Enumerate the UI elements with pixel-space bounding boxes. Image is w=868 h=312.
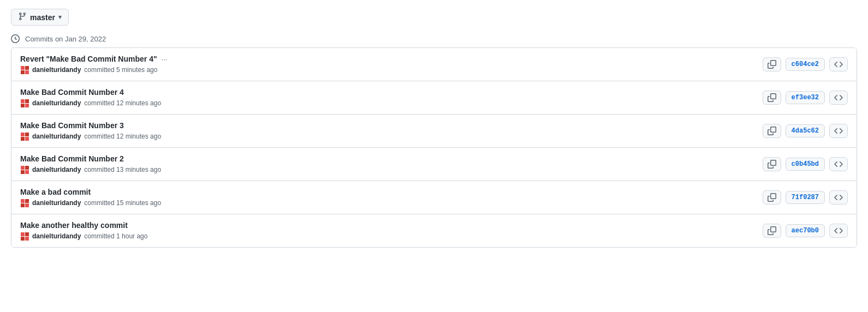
commit-left: Make Bad Commit Number 3 danielturidandy… — [20, 121, 161, 141]
branch-icon — [18, 12, 27, 22]
commit-right: c604ce2 — [763, 57, 848, 71]
page-wrapper: master ▾ Commits on Jan 29, 2022 Revert … — [0, 0, 868, 256]
copy-hash-button[interactable] — [763, 224, 781, 238]
commit-history-icon — [11, 34, 20, 43]
commit-time: committed 12 minutes ago — [84, 99, 161, 107]
commit-left: Make a bad commit danielturidandy commit… — [20, 188, 161, 207]
commit-meta: danielturidandy committed 12 minutes ago — [20, 99, 161, 107]
commits-date-header: Commits on Jan 29, 2022 — [11, 34, 857, 43]
browse-files-button[interactable] — [829, 124, 848, 138]
commit-meta: danielturidandy committed 13 minutes ago — [20, 165, 161, 174]
author-avatar — [20, 199, 29, 207]
commit-title-row: Make Bad Commit Number 2 — [20, 154, 161, 163]
commit-time: committed 12 minutes ago — [84, 133, 161, 140]
commit-hash-button[interactable]: c604ce2 — [786, 58, 825, 71]
commit-ellipsis[interactable]: ··· — [162, 55, 168, 63]
browse-files-button[interactable] — [829, 190, 848, 205]
commit-title[interactable]: Revert "Make Bad Commit Number 4" — [20, 55, 157, 63]
author-avatar — [20, 65, 29, 74]
browse-files-button[interactable] — [829, 157, 848, 171]
commit-author[interactable]: danielturidandy — [32, 99, 81, 107]
chevron-down-icon: ▾ — [58, 14, 62, 21]
commit-left: Make another healthy commit danielturida… — [20, 221, 147, 241]
commit-time: committed 5 minutes ago — [84, 66, 157, 74]
commit-right: ef3ee32 — [763, 91, 848, 105]
copy-hash-button[interactable] — [763, 124, 781, 138]
copy-hash-button[interactable] — [763, 157, 781, 171]
commit-title-row: Make a bad commit — [20, 188, 161, 196]
branch-name: master — [30, 13, 55, 22]
copy-hash-button[interactable] — [763, 91, 781, 105]
browse-files-button[interactable] — [829, 224, 848, 238]
commit-right: 71f0287 — [763, 190, 848, 205]
commit-hash-button[interactable]: 4da5c62 — [786, 124, 825, 137]
branch-selector[interactable]: master ▾ — [11, 9, 69, 26]
commit-meta: danielturidandy committed 5 minutes ago — [20, 65, 167, 74]
commit-meta: danielturidandy committed 12 minutes ago — [20, 132, 161, 141]
commit-row: Make Bad Commit Number 4 danielturidandy… — [11, 81, 857, 115]
commits-list: Revert "Make Bad Commit Number 4" ··· da… — [11, 47, 857, 248]
author-avatar — [20, 132, 29, 141]
commit-row: Make another healthy commit danielturida… — [11, 214, 857, 247]
commit-title-row: Make Bad Commit Number 3 — [20, 121, 161, 130]
copy-hash-button[interactable] — [763, 190, 781, 205]
commit-hash-button[interactable]: c0b45bd — [786, 158, 825, 171]
commit-time: committed 13 minutes ago — [84, 166, 161, 173]
commit-title-row: Make Bad Commit Number 4 — [20, 88, 161, 97]
author-avatar — [20, 232, 29, 241]
author-avatar — [20, 165, 29, 174]
commit-hash-button[interactable]: 71f0287 — [786, 191, 825, 204]
commit-hash-button[interactable]: ef3ee32 — [786, 91, 825, 104]
commit-right: aec70b0 — [763, 224, 848, 238]
commit-time: committed 1 hour ago — [84, 232, 147, 240]
commit-title[interactable]: Make Bad Commit Number 2 — [20, 154, 124, 163]
commit-right: c0b45bd — [763, 157, 848, 171]
commit-row: Make Bad Commit Number 2 danielturidandy… — [11, 148, 857, 181]
commit-title[interactable]: Make Bad Commit Number 3 — [20, 121, 124, 130]
commit-meta: danielturidandy committed 15 minutes ago — [20, 199, 161, 207]
copy-hash-button[interactable] — [763, 57, 781, 71]
commit-left: Revert "Make Bad Commit Number 4" ··· da… — [20, 55, 167, 74]
commit-title[interactable]: Make a bad commit — [20, 188, 91, 196]
commit-title[interactable]: Make another healthy commit — [20, 221, 128, 230]
commit-time: committed 15 minutes ago — [84, 199, 161, 207]
commit-author[interactable]: danielturidandy — [32, 166, 81, 173]
commit-row: Make Bad Commit Number 3 danielturidandy… — [11, 115, 857, 148]
date-label: Commits on Jan 29, 2022 — [25, 35, 106, 43]
browse-files-button[interactable] — [829, 57, 848, 71]
commit-author[interactable]: danielturidandy — [32, 66, 81, 74]
commit-author[interactable]: danielturidandy — [32, 133, 81, 140]
commit-title-row: Make another healthy commit — [20, 221, 147, 230]
commit-left: Make Bad Commit Number 4 danielturidandy… — [20, 88, 161, 107]
commit-hash-button[interactable]: aec70b0 — [786, 224, 825, 237]
commit-title[interactable]: Make Bad Commit Number 4 — [20, 88, 124, 97]
commit-row: Revert "Make Bad Commit Number 4" ··· da… — [11, 48, 857, 81]
commit-row: Make a bad commit danielturidandy commit… — [11, 181, 857, 214]
commit-title-row: Revert "Make Bad Commit Number 4" ··· — [20, 55, 167, 63]
commit-left: Make Bad Commit Number 2 danielturidandy… — [20, 154, 161, 174]
commit-meta: danielturidandy committed 1 hour ago — [20, 232, 147, 241]
commit-author[interactable]: danielturidandy — [32, 232, 81, 240]
commit-author[interactable]: danielturidandy — [32, 199, 81, 207]
author-avatar — [20, 99, 29, 107]
commit-right: 4da5c62 — [763, 124, 848, 138]
browse-files-button[interactable] — [829, 91, 848, 105]
